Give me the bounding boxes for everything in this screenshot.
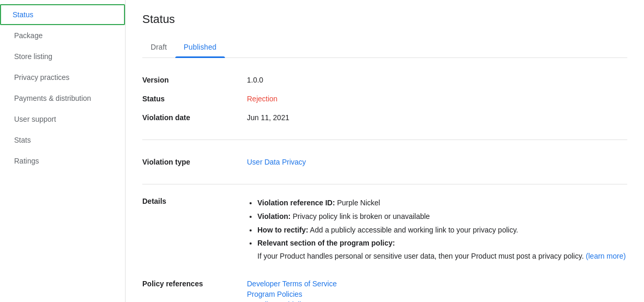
status-value: Rejection xyxy=(247,95,627,103)
sidebar-item-ratings[interactable]: Ratings xyxy=(0,150,125,171)
tabs: Draft Published xyxy=(142,37,627,58)
page-title: Status xyxy=(142,13,627,26)
version-label: Version xyxy=(142,76,247,84)
policy-link-developer-terms[interactable]: Developer Terms of Service xyxy=(247,280,337,288)
relevant-section-text: If your Product handles personal or sens… xyxy=(257,251,627,262)
policy-references-label: Policy references xyxy=(142,280,247,288)
bullet-prefix-1: Violation reference ID: xyxy=(257,199,335,207)
details-row: Details Violation reference ID: Purple N… xyxy=(142,197,627,263)
main-content: Status Draft Published Version 1.0.0 Sta… xyxy=(126,0,644,302)
violation-type-section: Violation type User Data Privacy xyxy=(142,140,627,184)
violation-type-label: Violation type xyxy=(142,158,247,166)
list-item: Violation: Privacy policy link is broken… xyxy=(257,211,627,223)
violation-date-value: Jun 11, 2021 xyxy=(247,113,627,122)
violation-type-row: Violation type User Data Privacy xyxy=(142,153,627,171)
sidebar-item-store-listing[interactable]: Store listing xyxy=(0,46,125,67)
bullet-prefix-2: Violation: xyxy=(257,212,291,220)
bullet-prefix-3: How to rectify: xyxy=(257,226,308,234)
policy-links: Developer Terms of Service Program Polic… xyxy=(247,280,337,302)
bullet-list: Violation reference ID: Purple Nickel Vi… xyxy=(247,197,627,262)
bullet-text-3: Add a publicly accessible and working li… xyxy=(308,226,518,234)
bullet-text-1: Purple Nickel xyxy=(335,199,380,207)
details-label: Details xyxy=(142,197,247,205)
tab-published[interactable]: Published xyxy=(175,37,225,57)
info-section: Version 1.0.0 Status Rejection Violation… xyxy=(142,58,627,140)
violation-date-row: Violation date Jun 11, 2021 xyxy=(142,108,627,127)
version-value: 1.0.0 xyxy=(247,76,627,84)
policy-references-row: Policy references Developer Terms of Ser… xyxy=(142,275,627,302)
bullet-text-2: Privacy policy link is broken or unavail… xyxy=(291,212,430,220)
list-item: How to rectify: Add a publicly accessibl… xyxy=(257,224,627,237)
tab-draft[interactable]: Draft xyxy=(142,37,175,57)
sidebar: Status Package Store listing Privacy pra… xyxy=(0,0,126,302)
sidebar-item-stats[interactable]: Stats xyxy=(0,130,125,150)
policy-link-program-policies[interactable]: Program Policies xyxy=(247,290,337,298)
learn-more-link[interactable]: (learn more) xyxy=(586,252,626,260)
bullet-prefix-4: Relevant section of the program policy: xyxy=(257,239,395,247)
list-item: Violation reference ID: Purple Nickel xyxy=(257,197,627,210)
sidebar-item-package[interactable]: Package xyxy=(0,25,125,46)
sidebar-item-privacy-practices[interactable]: Privacy practices xyxy=(0,67,125,88)
violation-type-value[interactable]: User Data Privacy xyxy=(247,158,627,166)
version-row: Version 1.0.0 xyxy=(142,71,627,89)
list-item: Relevant section of the program policy: … xyxy=(257,237,627,262)
details-section: Details Violation reference ID: Purple N… xyxy=(142,184,627,275)
details-content: Violation reference ID: Purple Nickel Vi… xyxy=(247,197,627,263)
status-label: Status xyxy=(142,95,247,103)
sidebar-item-user-support[interactable]: User support xyxy=(0,109,125,130)
sidebar-item-status[interactable]: Status xyxy=(0,4,125,25)
sidebar-item-payments-distribution[interactable]: Payments & distribution xyxy=(0,88,125,109)
status-row: Status Rejection xyxy=(142,89,627,108)
violation-date-label: Violation date xyxy=(142,113,247,122)
